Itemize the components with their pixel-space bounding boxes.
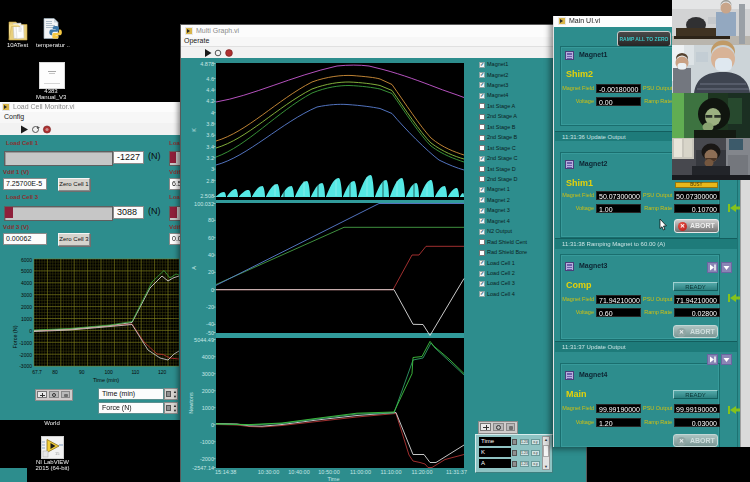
svg-text:-3000: -3000 bbox=[19, 363, 32, 369]
svg-text:0: 0 bbox=[211, 287, 214, 293]
svg-text:2000: 2000 bbox=[21, 304, 32, 310]
svg-text:80: 80 bbox=[52, 369, 58, 375]
svg-text:K: K bbox=[191, 128, 197, 132]
svg-text:3000: 3000 bbox=[202, 371, 214, 377]
svg-text:90: 90 bbox=[79, 369, 85, 375]
svg-text:11:00:00: 11:00:00 bbox=[350, 469, 371, 475]
svg-text:-20: -20 bbox=[206, 304, 214, 310]
svg-text:3.8: 3.8 bbox=[206, 121, 214, 127]
svg-text:15:14:38: 15:14:38 bbox=[215, 469, 236, 475]
svg-text:80: 80 bbox=[208, 217, 214, 223]
svg-text:40: 40 bbox=[208, 252, 214, 258]
svg-text:5000: 5000 bbox=[21, 268, 32, 274]
svg-text:-50: -50 bbox=[206, 330, 214, 336]
svg-text:2.508: 2.508 bbox=[200, 193, 214, 199]
svg-text:-40: -40 bbox=[206, 321, 214, 327]
svg-text:3.6: 3.6 bbox=[206, 132, 214, 138]
svg-text:Time (min): Time (min) bbox=[93, 377, 119, 383]
svg-text:3.2: 3.2 bbox=[206, 155, 214, 161]
svg-text:4000: 4000 bbox=[21, 280, 32, 286]
svg-text:120: 120 bbox=[158, 369, 167, 375]
svg-text:3.4: 3.4 bbox=[206, 144, 214, 150]
svg-text:11:31:37: 11:31:37 bbox=[446, 469, 467, 475]
svg-text:2.8: 2.8 bbox=[206, 178, 214, 184]
svg-text:3: 3 bbox=[211, 166, 214, 172]
svg-text:A: A bbox=[191, 266, 197, 270]
svg-text:4.4: 4.4 bbox=[206, 87, 214, 93]
svg-text:-2547.14: -2547.14 bbox=[192, 465, 214, 471]
svg-text:5044.49: 5044.49 bbox=[194, 337, 214, 343]
svg-text:Force (N): Force (N) bbox=[12, 325, 18, 348]
svg-text:-2000: -2000 bbox=[200, 456, 214, 462]
svg-text:110: 110 bbox=[131, 369, 139, 375]
svg-text:4000: 4000 bbox=[202, 354, 214, 360]
svg-text:100: 100 bbox=[104, 369, 113, 375]
svg-text:67.7: 67.7 bbox=[32, 369, 42, 375]
svg-text:100.032: 100.032 bbox=[194, 201, 214, 207]
svg-text:0: 0 bbox=[211, 422, 214, 428]
svg-text:4.6: 4.6 bbox=[206, 76, 214, 82]
svg-text:Time: Time bbox=[327, 476, 339, 482]
svg-text:11:10:00: 11:10:00 bbox=[380, 469, 401, 475]
svg-text:0: 0 bbox=[29, 328, 32, 334]
svg-text:-1000: -1000 bbox=[19, 340, 32, 346]
svg-text:3000: 3000 bbox=[21, 292, 32, 298]
svg-text:1000: 1000 bbox=[21, 316, 32, 322]
svg-text:-1000: -1000 bbox=[200, 439, 214, 445]
svg-text:4.878: 4.878 bbox=[200, 61, 214, 67]
svg-text:10:30:00: 10:30:00 bbox=[258, 469, 279, 475]
svg-text:6000: 6000 bbox=[21, 257, 32, 263]
svg-text:15: 15 bbox=[55, 451, 60, 456]
svg-text:60: 60 bbox=[208, 235, 214, 241]
svg-text:20: 20 bbox=[208, 269, 214, 275]
svg-text:10:50:00: 10:50:00 bbox=[318, 469, 339, 475]
svg-text:1000: 1000 bbox=[202, 405, 214, 411]
svg-text:2000: 2000 bbox=[202, 388, 214, 394]
svg-text:10:40:00: 10:40:00 bbox=[288, 469, 309, 475]
svg-text:4: 4 bbox=[211, 110, 214, 116]
svg-text:11:20:00: 11:20:00 bbox=[411, 469, 432, 475]
svg-text:Newtons: Newtons bbox=[188, 392, 194, 414]
svg-text:-2000: -2000 bbox=[19, 352, 32, 358]
svg-text:4.2: 4.2 bbox=[206, 98, 214, 104]
